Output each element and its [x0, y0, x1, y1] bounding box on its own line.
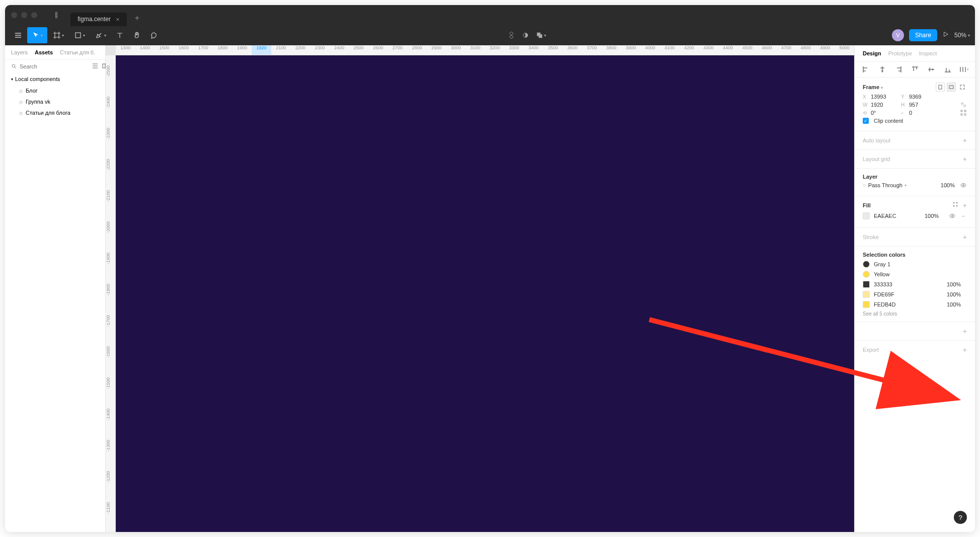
- orientation-portrait[interactable]: [936, 83, 945, 92]
- chevron-down-icon: ▾: [904, 183, 907, 188]
- add-stroke-button[interactable]: +: [963, 233, 967, 241]
- file-tab[interactable]: figma.center ×: [70, 13, 127, 26]
- color-swatch[interactable]: [863, 271, 870, 278]
- maximize-dot[interactable]: [31, 12, 37, 18]
- search-icon: [11, 63, 17, 70]
- fill-opacity[interactable]: 100%: [925, 213, 945, 219]
- toolbar-left: ▾ ▾ ▾ ▾: [10, 27, 162, 43]
- selected-frame[interactable]: [116, 55, 854, 532]
- see-all-colors-link[interactable]: See all 5 colors: [863, 311, 967, 317]
- style-icon[interactable]: [952, 201, 959, 209]
- add-auto-layout-button[interactable]: +: [963, 136, 967, 144]
- color-swatch[interactable]: [863, 261, 870, 268]
- ruler-tick: 2800: [407, 45, 427, 55]
- pen-tool[interactable]: ▾: [91, 27, 111, 43]
- clip-content-checkbox[interactable]: ✓: [863, 118, 869, 124]
- help-button[interactable]: ?: [954, 511, 967, 524]
- align-left-icon[interactable]: [861, 66, 871, 73]
- page-selector[interactable]: Статьи для б…▾: [60, 49, 95, 55]
- component-item[interactable]: Блог: [5, 85, 105, 96]
- x-value[interactable]: 13993: [871, 94, 896, 100]
- svg-point-0: [55, 12, 57, 14]
- blend-label: Pass Through: [868, 182, 902, 188]
- shape-tool[interactable]: ▾: [69, 27, 90, 43]
- mask-icon[interactable]: [522, 32, 529, 39]
- distribute-icon[interactable]: ▾: [959, 66, 969, 73]
- canvas-area[interactable]: 1300140015001600170018001900192021002200…: [106, 45, 854, 532]
- align-top-icon[interactable]: [910, 66, 920, 73]
- move-tool[interactable]: ▾: [27, 27, 47, 43]
- visibility-icon[interactable]: [949, 212, 956, 219]
- svg-point-54: [953, 202, 954, 204]
- align-bottom-icon[interactable]: [943, 66, 953, 73]
- add-layout-grid-button[interactable]: +: [963, 155, 967, 163]
- align-right-icon[interactable]: [893, 66, 903, 73]
- comment-tool[interactable]: [146, 27, 162, 43]
- selection-color-row[interactable]: Gray 1: [863, 261, 967, 268]
- resize-to-fit[interactable]: [958, 83, 967, 92]
- visibility-icon[interactable]: [960, 182, 967, 189]
- ruler-tick: 1700: [193, 45, 213, 55]
- fill-hex[interactable]: EAEAEC: [874, 213, 921, 219]
- color-opacity: 100%: [947, 281, 967, 287]
- remove-fill-button[interactable]: −: [960, 213, 967, 219]
- color-swatch[interactable]: [863, 281, 870, 288]
- y-value[interactable]: 9369: [909, 94, 934, 100]
- svg-point-57: [956, 205, 957, 207]
- color-swatch[interactable]: [863, 301, 870, 308]
- layer-opacity[interactable]: 100%: [941, 182, 955, 188]
- selection-color-row[interactable]: FDE69F100%: [863, 291, 967, 298]
- tab-inspect[interactable]: Inspect: [919, 50, 937, 56]
- list-view-icon[interactable]: [92, 63, 98, 70]
- figma-home-icon[interactable]: [51, 10, 61, 20]
- selection-color-row[interactable]: 333333100%: [863, 281, 967, 288]
- add-fill-button[interactable]: +: [963, 201, 967, 209]
- add-effect-button[interactable]: +: [963, 327, 967, 335]
- radius-value[interactable]: 0: [909, 110, 934, 116]
- ruler-tick: 1300: [116, 45, 135, 55]
- fill-swatch[interactable]: [863, 212, 870, 219]
- tab-assets[interactable]: Assets: [35, 49, 53, 55]
- tab-layers[interactable]: Layers: [11, 49, 28, 55]
- minimize-dot[interactable]: [21, 12, 27, 18]
- tab-design[interactable]: Design: [863, 50, 881, 56]
- orientation-landscape[interactable]: [947, 83, 956, 92]
- canvas[interactable]: [116, 55, 854, 532]
- component-item[interactable]: Статьи для блога: [5, 107, 105, 118]
- selection-color-row[interactable]: FEDB4D100%: [863, 301, 967, 308]
- selection-color-row[interactable]: Yellow: [863, 271, 967, 278]
- align-vcenter-icon[interactable]: [926, 66, 936, 73]
- w-value[interactable]: 1920: [871, 102, 896, 108]
- svg-rect-48: [949, 86, 953, 89]
- close-dot[interactable]: [11, 12, 17, 18]
- ruler-tick: 3500: [543, 45, 563, 55]
- add-export-button[interactable]: +: [963, 346, 967, 354]
- present-button[interactable]: [942, 31, 949, 40]
- hand-tool[interactable]: [129, 27, 145, 43]
- local-components-header[interactable]: ▾ Local components: [5, 73, 105, 85]
- ruler-tick: 4900: [815, 45, 835, 55]
- share-button[interactable]: Share: [909, 29, 937, 41]
- close-tab-icon[interactable]: ×: [116, 16, 120, 23]
- component-item[interactable]: Группа vk: [5, 96, 105, 107]
- add-tab-button[interactable]: +: [135, 14, 139, 23]
- independent-corners-icon[interactable]: [960, 110, 967, 116]
- zoom-control[interactable]: 50% ▾: [954, 32, 970, 39]
- color-swatch[interactable]: [863, 291, 870, 298]
- avatar[interactable]: V: [892, 29, 904, 41]
- rotation-icon: ⟲: [863, 110, 869, 116]
- search-input[interactable]: [20, 63, 89, 69]
- frame-title[interactable]: Frame ▾: [863, 84, 883, 90]
- tab-prototype[interactable]: Prototype: [888, 50, 912, 56]
- blend-mode[interactable]: ○Pass Through ▾: [863, 182, 936, 188]
- frame-tool[interactable]: ▾: [48, 27, 68, 43]
- h-value[interactable]: 957: [909, 102, 934, 108]
- component-icon[interactable]: [508, 32, 515, 39]
- align-hcenter-icon[interactable]: [877, 66, 887, 73]
- stroke-label: Stroke: [863, 234, 879, 240]
- menu-button[interactable]: [10, 27, 26, 43]
- rotation-value[interactable]: 0°: [871, 110, 896, 116]
- constrain-proportions-icon[interactable]: [960, 102, 967, 108]
- boolean-icon[interactable]: ▾: [536, 32, 546, 39]
- text-tool[interactable]: [112, 27, 128, 43]
